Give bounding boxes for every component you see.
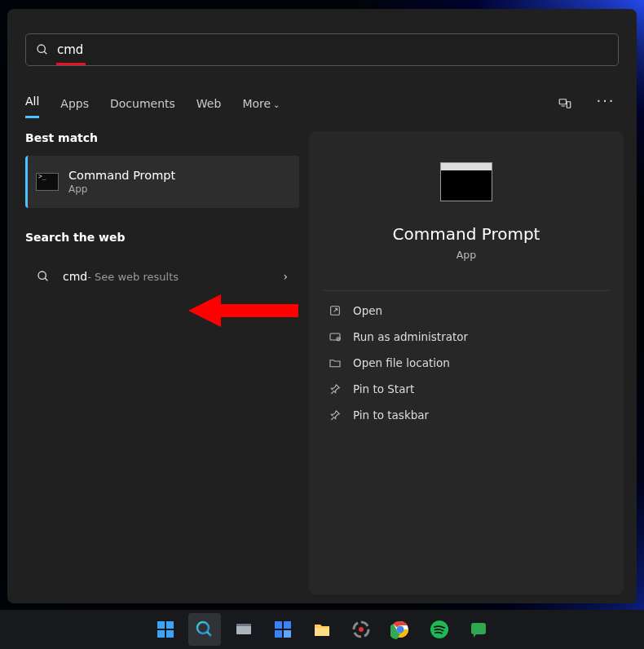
svg-rect-19 [275,621,282,629]
tab-documents[interactable]: Documents [110,92,175,115]
action-label: Pin to Start [353,382,414,395]
taskbar-app-generic[interactable] [345,613,377,646]
search-icon [36,43,49,56]
start-search-panel: All Apps Documents Web More⌄ ··· Best ma… [7,9,637,603]
ellipsis-icon: ··· [596,94,615,113]
svg-line-7 [45,278,47,280]
svg-rect-20 [284,621,291,629]
taskbar [0,610,644,649]
spellcheck-underline [56,63,86,65]
best-match-label: Best match [25,131,299,144]
svg-rect-21 [275,630,282,638]
svg-rect-12 [166,621,174,629]
preview-subtitle: App [457,249,476,261]
svg-point-6 [38,272,46,279]
taskbar-task-view[interactable] [227,613,260,646]
chevron-down-icon: ⌄ [273,100,280,109]
preview-app-icon [440,162,492,201]
preview-title: Command Prompt [393,224,540,244]
search-web-label: Search the web [25,231,299,244]
svg-rect-18 [236,624,251,626]
pin-icon [329,408,342,422]
taskbar-search[interactable] [188,613,221,646]
action-label: Open [353,304,382,317]
pin-icon [329,382,342,395]
action-open-location[interactable]: Open file location [324,350,609,376]
svg-rect-11 [157,621,165,629]
svg-rect-3 [567,102,571,108]
taskbar-chat[interactable] [462,613,495,646]
sync-devices-button[interactable] [552,91,578,117]
svg-point-25 [359,627,364,632]
command-prompt-icon [36,173,59,191]
svg-rect-22 [284,630,291,638]
best-match-result[interactable]: Command Prompt App [25,156,299,208]
tab-web[interactable]: Web [196,92,222,115]
svg-marker-5 [188,294,298,327]
svg-rect-2 [559,99,566,104]
folder-icon [329,356,342,369]
result-subtitle: App [68,183,175,195]
tab-apps[interactable]: Apps [60,92,89,115]
search-input[interactable] [49,42,608,57]
preview-pane: Command Prompt App Open Run as administr… [309,131,624,594]
results-column: Best match Command Prompt App Search the… [25,131,299,298]
action-pin-start[interactable]: Pin to Start [324,376,609,402]
action-label: Run as administrator [353,330,468,343]
tab-all[interactable]: All [25,90,39,118]
taskbar-widgets[interactable] [267,613,299,646]
svg-rect-13 [157,630,165,638]
action-label: Open file location [353,356,450,369]
web-result-query: cmd [63,270,87,283]
more-options-button[interactable]: ··· [593,91,619,117]
action-label: Pin to taskbar [353,408,429,422]
svg-rect-14 [166,630,174,638]
tab-more[interactable]: More⌄ [242,92,280,115]
svg-line-1 [44,51,46,54]
svg-rect-23 [315,628,329,636]
action-pin-taskbar[interactable]: Pin to taskbar [324,402,609,428]
taskbar-chrome[interactable] [384,613,417,646]
web-result[interactable]: cmd - See web results › [25,255,299,298]
web-result-hint: - See web results [87,271,179,283]
taskbar-start[interactable] [149,613,182,646]
taskbar-file-explorer[interactable] [306,613,338,646]
svg-point-0 [37,45,45,52]
open-icon [329,304,342,317]
svg-line-16 [207,632,211,636]
action-run-admin[interactable]: Run as administrator [324,324,609,350]
taskbar-spotify[interactable] [423,613,456,646]
preview-actions: Open Run as administrator Open file loca… [324,290,609,428]
svg-rect-30 [471,623,486,634]
result-title: Command Prompt [68,169,175,182]
search-bar[interactable] [25,33,619,66]
search-icon [37,270,50,283]
action-open[interactable]: Open [324,298,609,324]
chevron-right-icon: › [283,270,288,283]
svg-point-15 [197,622,209,634]
admin-icon [329,330,342,343]
filter-tabs: All Apps Documents Web More⌄ ··· [25,87,619,120]
